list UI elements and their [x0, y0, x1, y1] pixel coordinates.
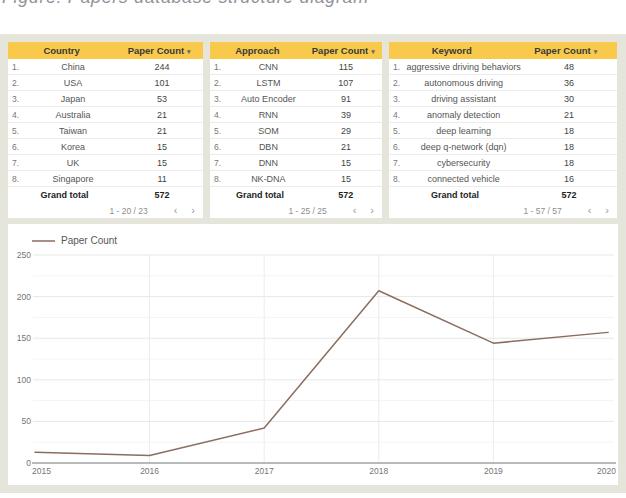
chart-series-line: [35, 291, 608, 456]
table-keyword: KeywordPaper Count▾1.aggressive driving …: [389, 42, 617, 218]
chart-x-tick-label: 2017: [255, 466, 274, 476]
row-label: deep q-network (dqn): [406, 142, 521, 152]
pagination-range: 1 - 57 / 57: [523, 206, 561, 216]
chart-x-tick-label: 2015: [32, 466, 51, 476]
row-index: 8.: [389, 174, 406, 184]
table-row: 4.RNN39: [210, 107, 382, 123]
row-label: UK: [25, 158, 121, 168]
chart-panel: 050100150200250201520162017201820192020P…: [8, 224, 618, 485]
row-value: 39: [310, 110, 382, 120]
row-index: 3.: [210, 94, 227, 104]
row-label: Australia: [25, 110, 121, 120]
pagination-prev-icon[interactable]: ‹: [174, 205, 178, 216]
row-label: connected vehicle: [406, 174, 521, 184]
column-header-paper-count[interactable]: Paper Count▾: [305, 45, 382, 56]
row-value: 21: [121, 126, 203, 136]
table-row: 8.NK-DNA15: [210, 171, 382, 187]
row-value: 107: [310, 78, 382, 88]
row-value: 21: [310, 142, 382, 152]
row-label: China: [25, 62, 121, 72]
row-index: 3.: [8, 94, 25, 104]
table-header-row: ApproachPaper Count▾: [210, 42, 382, 59]
dashboard-page: Figure: Papers database structure diagra…: [0, 0, 626, 498]
table-row: 2.USA101: [8, 75, 203, 91]
column-header-keyword[interactable]: Keyword: [389, 45, 514, 56]
row-label: Auto Encoder: [227, 94, 310, 104]
pagination-bar: 1 - 20 / 23‹›: [8, 203, 203, 218]
row-value: 18: [521, 142, 617, 152]
row-value: 36: [521, 78, 617, 88]
pagination-next-icon[interactable]: ›: [370, 205, 374, 216]
table-country: CountryPaper Count▾1.China2442.USA1013.J…: [8, 42, 203, 218]
table-row: 6.deep q-network (dqn)18: [389, 139, 617, 155]
row-index: 7.: [210, 158, 227, 168]
row-index: 8.: [210, 174, 227, 184]
grand-total-value: 572: [121, 190, 203, 200]
row-label: anomaly detection: [406, 110, 521, 120]
sort-desc-icon[interactable]: ▾: [187, 48, 191, 55]
row-label: Singapore: [25, 174, 121, 184]
row-index: 5.: [8, 126, 25, 136]
sort-desc-icon[interactable]: ▾: [594, 48, 598, 55]
row-index: 1.: [389, 62, 406, 72]
pagination-next-icon[interactable]: ›: [605, 205, 609, 216]
column-header-country[interactable]: Country: [8, 45, 115, 56]
pagination-range: 1 - 25 / 25: [288, 206, 326, 216]
table-row: 8.Singapore11: [8, 171, 203, 187]
row-label: driving assistant: [406, 94, 521, 104]
pagination-bar: 1 - 25 / 25‹›: [210, 203, 382, 218]
row-label: DBN: [227, 142, 310, 152]
chart-y-tick-label: 200: [17, 292, 31, 302]
column-header-paper-count[interactable]: Paper Count▾: [115, 45, 203, 56]
row-label: USA: [25, 78, 121, 88]
pagination-prev-icon[interactable]: ‹: [353, 205, 357, 216]
table-row: 8.connected vehicle16: [389, 171, 617, 187]
row-index: 8.: [8, 174, 25, 184]
figure-caption: Figure: Papers database structure diagra…: [2, 0, 369, 8]
column-header-paper-count[interactable]: Paper Count▾: [514, 45, 617, 56]
row-index: 5.: [389, 126, 406, 136]
row-index: 7.: [389, 158, 406, 168]
table-row: 6.DBN21: [210, 139, 382, 155]
chart-y-tick-label: 100: [17, 375, 31, 385]
chart-y-tick-label: 150: [17, 333, 31, 343]
table-row: 1.CNN115: [210, 59, 382, 75]
column-header-approach[interactable]: Approach: [210, 45, 305, 56]
row-value: 48: [521, 62, 617, 72]
table-row: 3.driving assistant30: [389, 91, 617, 107]
row-index: 2.: [210, 78, 227, 88]
row-label: autonomous driving: [406, 78, 521, 88]
table-row: 3.Auto Encoder91: [210, 91, 382, 107]
pagination-bar: 1 - 57 / 57‹›: [389, 203, 617, 218]
pagination-next-icon[interactable]: ›: [191, 205, 195, 216]
tables-row: CountryPaper Count▾1.China2442.USA1013.J…: [8, 42, 617, 218]
row-value: 18: [521, 126, 617, 136]
table-row: 7.UK15: [8, 155, 203, 171]
row-label: LSTM: [227, 78, 310, 88]
row-index: 6.: [389, 142, 406, 152]
row-label: deep learning: [406, 126, 521, 136]
table-header-row: CountryPaper Count▾: [8, 42, 203, 59]
row-value: 244: [121, 62, 203, 72]
grand-total-label: Grand total: [389, 190, 521, 200]
row-index: 1.: [210, 62, 227, 72]
grand-total-row: Grand total572: [8, 187, 203, 203]
row-value: 11: [121, 174, 203, 184]
table-row: 5.Taiwan21: [8, 123, 203, 139]
row-index: 5.: [210, 126, 227, 136]
row-value: 53: [121, 94, 203, 104]
grand-total-value: 572: [521, 190, 617, 200]
row-label: Taiwan: [25, 126, 121, 136]
pagination-prev-icon[interactable]: ‹: [588, 205, 592, 216]
table-row: 2.autonomous driving36: [389, 75, 617, 91]
row-index: 3.: [389, 94, 406, 104]
sort-desc-icon[interactable]: ▾: [371, 48, 375, 55]
row-value: 29: [310, 126, 382, 136]
legend-label: Paper Count: [61, 235, 117, 246]
table-row: 1.aggressive driving behaviors48: [389, 59, 617, 75]
row-index: 4.: [8, 110, 25, 120]
row-label: DNN: [227, 158, 310, 168]
grand-total-label: Grand total: [8, 190, 121, 200]
grand-total-label: Grand total: [210, 190, 310, 200]
row-value: 21: [521, 110, 617, 120]
